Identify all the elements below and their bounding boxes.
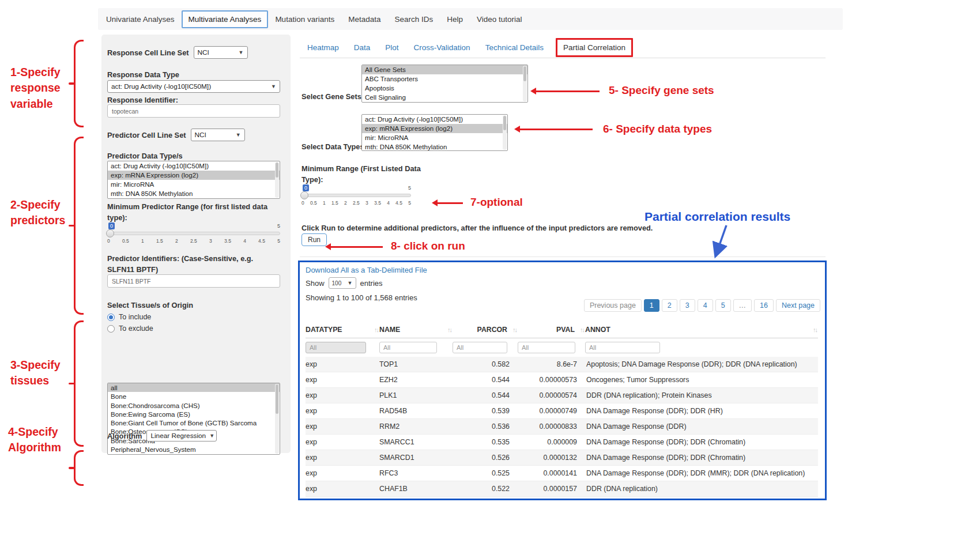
listbox-option[interactable]: Bone:Chondrosarcoma (CHS)	[108, 401, 280, 410]
chevron-down-icon: ▼	[271, 84, 276, 89]
page-button[interactable]: 4	[698, 299, 713, 312]
table-row[interactable]: exp CHAF1B 0.522 0.0000157 DDR (DNA repl…	[306, 481, 818, 497]
listbox-option[interactable]: Bone:Giant Cell Tumor of Bone (GCTB) Sar…	[108, 418, 280, 427]
filter-parcor-input[interactable]	[453, 342, 507, 353]
download-link[interactable]: Download All as a Tab-Delimited File	[306, 266, 427, 274]
listbox-option[interactable]: mir: MicroRNA	[362, 133, 507, 142]
entries-per-page-select[interactable]: 100 ▼	[329, 277, 356, 289]
tab[interactable]: Partial Correlation	[556, 38, 633, 57]
scrollbar[interactable]	[275, 162, 279, 198]
listbox-option[interactable]: ABC Transporters	[362, 74, 527, 84]
predictor-data-types-listbox[interactable]: act: Drug Activity (-log10[IC50M]) exp: …	[107, 161, 280, 199]
column-header-name[interactable]: NAME ↑↓	[379, 326, 453, 334]
predictor-identifiers-input[interactable]	[107, 274, 280, 288]
table-row[interactable]: exp TOP1 0.582 8.6e-7 Apoptosis; DNA Dam…	[306, 357, 818, 372]
nav-item[interactable]: Mutation variants	[268, 10, 341, 28]
run-button[interactable]: Run	[301, 233, 327, 246]
nav-item[interactable]: Metadata	[341, 10, 387, 28]
annotation-brace-1	[74, 40, 84, 127]
slider-track[interactable]	[107, 232, 280, 235]
cell-annot: Apoptosis; DNA Damage Response (DDR); DD…	[585, 360, 818, 368]
radio-unchecked-icon[interactable]	[107, 325, 115, 333]
tissue-exclude-radio[interactable]: To exclude	[107, 324, 153, 333]
listbox-option[interactable]: all	[108, 383, 280, 392]
listbox-option[interactable]: Apoptosis	[362, 84, 527, 93]
nav-item[interactable]: Help	[440, 10, 470, 28]
response-identifier-input[interactable]	[107, 104, 280, 118]
listbox-option[interactable]: mth: DNA 850K Methylation	[108, 189, 280, 198]
radio-checked-icon[interactable]	[107, 314, 115, 321]
tab[interactable]: Cross-Validation	[406, 39, 478, 56]
arrow-to-slider	[438, 202, 463, 204]
listbox-option[interactable]: act: Drug Activity (-log10[IC50M])	[108, 161, 280, 171]
page-button[interactable]: 5	[715, 299, 731, 312]
cell-annot: DNA Damage Response (DDR); DDR (HR)	[585, 407, 818, 415]
column-header-annot[interactable]: ANNOT ↑↓	[585, 326, 818, 334]
page-button[interactable]: 16	[754, 299, 774, 312]
listbox-option[interactable]: Cell Signaling	[362, 93, 527, 102]
listbox-option[interactable]: mth: DNA 850K Methylation	[362, 142, 507, 151]
data-types-listbox[interactable]: act: Drug Activity (-log10[IC50M]) exp: …	[361, 114, 508, 151]
tissue-include-radio[interactable]: To include	[107, 313, 151, 321]
page-button[interactable]: …	[733, 299, 752, 312]
algorithm-select[interactable]: Linear Regression ▼	[146, 430, 217, 441]
scrollbar[interactable]	[275, 384, 279, 454]
tab[interactable]: Heatmap	[300, 39, 346, 56]
table-row[interactable]: exp RRM2 0.536 0.00000833 DNA Damage Res…	[306, 419, 818, 435]
min-range-slider[interactable]: 0 5 0 0.5 1 1.5 2 2.5 3 3.5 4 4	[301, 184, 411, 207]
listbox-option[interactable]: act: Drug Activity (-log10[IC50M])	[362, 115, 507, 124]
response-data-type-select[interactable]: act: Drug Activity (-log10[IC50M]) ▼	[107, 80, 280, 93]
listbox-option[interactable]: Bone:Ewing Sarcoma (ES)	[108, 410, 280, 418]
table-row[interactable]: exp EZH2 0.544 0.00000573 Oncogenes; Tum…	[306, 372, 818, 388]
nav-item[interactable]: Video tutorial	[470, 10, 529, 28]
column-header-pval[interactable]: PVAL ↑↓	[518, 326, 585, 334]
table-row[interactable]: exp SMARCD1 0.526 0.0000132 DNA Damage R…	[306, 450, 818, 466]
slider-thumb[interactable]	[106, 229, 114, 237]
filter-pval-input[interactable]	[518, 342, 575, 353]
cell-parcor: 0.539	[453, 407, 518, 415]
listbox-option[interactable]: exp: mRNA Expression (log2)	[108, 171, 280, 180]
column-header-parcor[interactable]: PARCOR ↑↓	[453, 326, 518, 334]
listbox-option[interactable]: mir: MicroRNA	[108, 180, 280, 189]
predictor-cell-line-select[interactable]: NCI ▼	[191, 129, 245, 141]
response-cell-line-select[interactable]: NCI ▼	[194, 46, 248, 59]
tab[interactable]: Technical Details	[478, 39, 551, 56]
sort-icon[interactable]: ↑↓	[512, 326, 517, 333]
page-button[interactable]: Previous page	[584, 299, 642, 312]
tab[interactable]: Data	[346, 39, 378, 56]
page-button[interactable]: 2	[662, 299, 677, 312]
results-annotation-title: Partial correlation results	[644, 210, 790, 224]
annotation-brace-2	[74, 137, 84, 315]
table-row[interactable]: exp RAD54B 0.539 0.00000749 DNA Damage R…	[306, 403, 818, 419]
sort-icon[interactable]: ↑↓	[447, 326, 451, 333]
sort-icon[interactable]: ↑↓	[813, 326, 817, 333]
tissue-listbox[interactable]: all Bone Bone:Chondrosarcoma (CHS) Bone:…	[107, 383, 280, 455]
sort-icon[interactable]: ↑↓	[374, 326, 378, 333]
listbox-option[interactable]: All Gene Sets	[362, 65, 527, 74]
slider-track[interactable]	[301, 194, 411, 197]
page-button[interactable]: 3	[680, 299, 695, 312]
nav-item[interactable]: Search IDs	[387, 10, 440, 28]
nav-item[interactable]: Multivariate Analyses	[182, 10, 269, 28]
nav-item[interactable]: Univariate Analyses	[99, 10, 182, 28]
page-button[interactable]: 1	[644, 299, 659, 312]
filter-name-input[interactable]	[379, 342, 437, 353]
filter-datatype-input[interactable]	[306, 342, 366, 353]
listbox-option[interactable]: exp: mRNA Expression (log2)	[362, 124, 507, 133]
page-button[interactable]: Next page	[776, 299, 820, 312]
listbox-option[interactable]: Bone	[108, 392, 280, 401]
tab[interactable]: Plot	[378, 39, 406, 56]
table-row[interactable]: exp SMARCC1 0.535 0.000009 DNA Damage Re…	[306, 435, 818, 450]
slider-thumb[interactable]	[300, 191, 308, 199]
filter-annot-input[interactable]	[585, 342, 660, 353]
response-data-type-label: Response Data Type	[107, 70, 179, 79]
table-row[interactable]: exp PLK1 0.544 0.00000574 DDR (DNA repli…	[306, 388, 818, 403]
sort-icon[interactable]: ↑↓	[580, 326, 584, 333]
scrollbar[interactable]	[503, 115, 507, 150]
scrollbar[interactable]	[523, 66, 527, 101]
column-header-datatype[interactable]: DATATYPE ↑↓	[306, 326, 379, 334]
gene-sets-listbox[interactable]: All Gene Sets ABC Transporters Apoptosis…	[361, 65, 528, 103]
table-row[interactable]: exp RFC3 0.525 0.0000141 DNA Damage Resp…	[306, 466, 818, 481]
predictor-range-slider[interactable]: 0 5 0 0.5 1 1.5 2 2.5 3	[107, 222, 280, 246]
listbox-option[interactable]: Peripheral_Nervous_System	[108, 445, 280, 454]
